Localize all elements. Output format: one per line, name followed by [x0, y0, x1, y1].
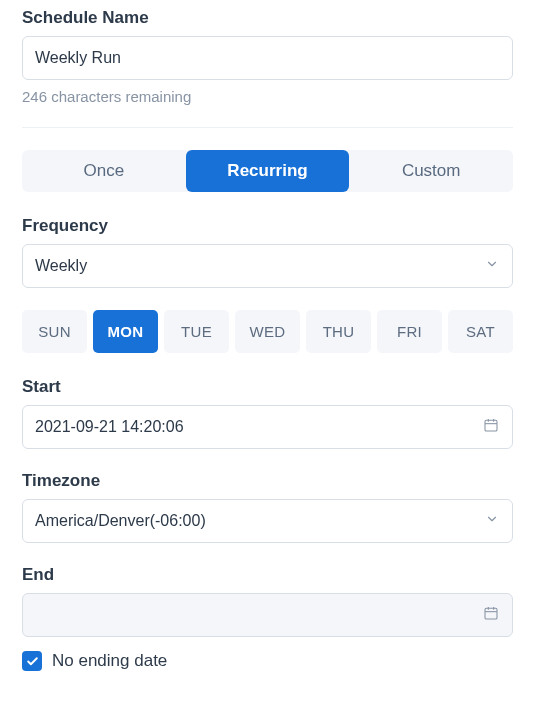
schedule-name-hint: 246 characters remaining — [22, 88, 513, 105]
recurrence-tabs: Once Recurring Custom — [22, 150, 513, 192]
end-value — [22, 593, 513, 637]
section-divider — [22, 127, 513, 128]
day-mon[interactable]: MON — [93, 310, 158, 353]
frequency-select[interactable]: Weekly — [22, 244, 513, 288]
timezone-label: Timezone — [22, 471, 513, 491]
schedule-name-input[interactable] — [22, 36, 513, 80]
day-tue[interactable]: TUE — [164, 310, 229, 353]
start-label: Start — [22, 377, 513, 397]
day-thu[interactable]: THU — [306, 310, 371, 353]
no-ending-date-checkbox[interactable] — [22, 651, 42, 671]
no-ending-date-row: No ending date — [22, 651, 513, 671]
end-datetime-input[interactable] — [22, 593, 513, 637]
schedule-name-field: Schedule Name 246 characters remaining — [22, 8, 513, 105]
frequency-value: Weekly — [22, 244, 513, 288]
tab-custom[interactable]: Custom — [349, 150, 513, 192]
schedule-name-label: Schedule Name — [22, 8, 513, 28]
day-sat[interactable]: SAT — [448, 310, 513, 353]
start-field: Start 2021-09-21 14:20:06 — [22, 377, 513, 449]
end-field: End No ending date — [22, 565, 513, 671]
day-fri[interactable]: FRI — [377, 310, 442, 353]
frequency-label: Frequency — [22, 216, 513, 236]
timezone-field: Timezone America/Denver(-06:00) — [22, 471, 513, 543]
timezone-select[interactable]: America/Denver(-06:00) — [22, 499, 513, 543]
no-ending-date-label[interactable]: No ending date — [52, 651, 167, 671]
timezone-value: America/Denver(-06:00) — [22, 499, 513, 543]
day-sun[interactable]: SUN — [22, 310, 87, 353]
start-datetime-input[interactable]: 2021-09-21 14:20:06 — [22, 405, 513, 449]
tab-recurring[interactable]: Recurring — [186, 150, 350, 192]
day-wed[interactable]: WED — [235, 310, 300, 353]
start-value: 2021-09-21 14:20:06 — [22, 405, 513, 449]
day-of-week-group: SUN MON TUE WED THU FRI SAT — [22, 310, 513, 353]
end-label: End — [22, 565, 513, 585]
frequency-field: Frequency Weekly — [22, 216, 513, 288]
tab-once[interactable]: Once — [22, 150, 186, 192]
